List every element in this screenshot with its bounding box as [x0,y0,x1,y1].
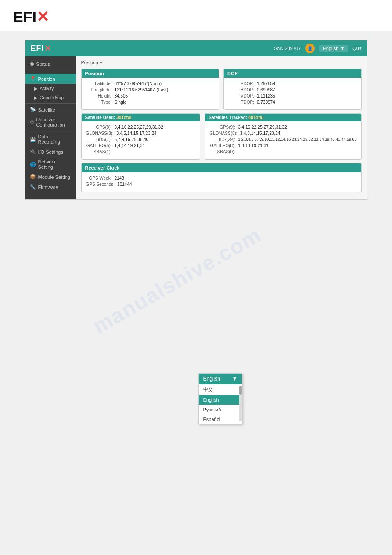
position-type-row: Type: Single [86,100,215,105]
top-panels-row: Position Latitude: 31°57'37907445''(Nort… [81,69,362,110]
satellites-used-total: 30Total [116,115,131,120]
sat-used-glonass-row: GLONASS(8): 3,4,5,14,15,17,23,24 [86,131,196,136]
language-dropdown-overlay: English ▼ 中文 English Русский Español [198,373,242,424]
satellites-used-title: Satellite Used: [85,115,115,120]
lang-option-english[interactable]: English [199,395,242,405]
sidebar-item-module-setting[interactable]: 📦 Module Setting [25,172,76,182]
dop-panel-body: PDOP: 1.297859 HDOP: 0.690987 VDOP: 1.11… [224,78,361,109]
sidebar-item-status[interactable]: ◉ Status [25,59,76,69]
sat-used-bds-label: BDS(7): [86,137,115,142]
sat-used-glonass-label: GLONASS(8): [86,131,116,136]
vdop-label: VDOP: [228,94,257,98]
sidebar-googlemap-label: Google Map [40,95,64,100]
sidebar-satellite-label: Satellite [38,107,55,112]
satellites-tracked-body: GPS(9): 3,4,16,22,25,27,29,31,32 GLONASS… [205,121,361,159]
height-value: 34.505 [115,94,128,98]
sidebar-modulesetting-label: Module Setting [38,174,70,180]
sidebar-item-firmware[interactable]: 🔧 Firmware [25,182,76,192]
efix-logo: EFI✕ [13,8,379,25]
tdop-label: TDOP: [228,100,257,105]
lang-option-russian[interactable]: Русский [199,405,242,414]
arrow-icon: ▶ [34,86,38,91]
receiver-clock-panel: Receiver Clock GPS Week: 2143 GPS Second… [81,163,362,192]
chevron-down-icon: ▼ [340,46,345,51]
dop-pdop-row: PDOP: 1.297859 [228,81,357,86]
longitude-label: Longitude: [86,87,115,92]
hdop-label: HDOP: [228,87,257,92]
data-icon: 💾 [30,137,36,142]
latitude-value: 31°57'37907445''(North) [115,81,162,86]
sidebar-item-google-map[interactable]: ▶ Google Map [25,93,76,102]
satellites-tracked-header: Satellites Tracked: 48Total [205,114,361,121]
sat-tracked-bds-value: 1,2,3,4,5,6,7,9,10,11,12,14,16,23,24,25,… [238,137,356,142]
main-content: Position + Position Latitude: 31°57'3790… [76,56,367,199]
sat-tracked-galileo-label: GALILEO(8): [209,143,238,148]
config-icon: ⚙ [30,120,34,125]
sat-used-sbas-label: SBAS(1): [86,149,115,154]
type-label: Type: [86,100,115,105]
gps-week-value: 2143 [115,176,124,181]
position-icon: 📍 [30,76,36,82]
sat-used-gps-value: 3,4,16,22,25,27,29,31,32 [115,125,163,130]
sat-used-galileo-row: GALILEO(5): 1,4,14,19,21,31 [86,143,196,148]
longitude-value: 121°11'16.62951407''(East) [115,87,169,92]
satellites-tracked-panel: Satellites Tracked: 48Total GPS(9): 3,4,… [205,113,361,160]
sidebar-item-receiver-config[interactable]: ⚙ Receiver Configuration [25,115,76,130]
sidebar-item-satellite[interactable]: 📡 Satellite [25,105,76,115]
satellite-panels-row: Satellite Used: 30Total GPS(8): 3,4,16,2… [81,113,362,160]
quit-button[interactable]: Quit [352,46,361,51]
lang-dropdown-chevron: ▼ [232,376,237,382]
dop-panel: DOP PDOP: 1.297859 HDOP: 0.690987 [223,69,362,110]
language-selector-button[interactable]: English ▼ [319,45,348,52]
satellites-used-body: GPS(8): 3,4,16,22,25,27,29,31,32 GLONASS… [82,121,200,159]
sidebar-item-io-settings[interactable]: 🔌 I/O Settings [25,147,76,157]
sidebar-item-data-recording[interactable]: 💾 Data Recording [25,132,76,147]
dop-hdop-row: HDOP: 0.690987 [228,87,357,92]
gps-seconds-label: GPS Seconds: [86,182,118,187]
sat-tracked-glonass-label: GLONASS(8): [209,131,240,136]
sat-tracked-gps-row: GPS(9): 3,4,16,22,25,27,29,31,32 [209,125,356,130]
sat-tracked-bds-row: BDS(29): 1,2,3,4,5,6,7,9,10,11,12,14,16,… [209,137,356,142]
logo-x: ✕ [36,8,49,25]
sat-used-bds-value: 6,7,9,16,25,36,40 [115,137,149,142]
app-topbar-right: SN:3289707 👤 English ▼ Quit [274,44,361,53]
sidebar-receiverconfig-label: Receiver Configuration [36,117,72,127]
lang-option-chinese[interactable]: 中文 [199,384,242,395]
gps-week-label: GPS Week: [86,176,115,181]
app-logo: EFI✕ [31,44,51,53]
clock-gpsweek-row: GPS Week: 2143 [86,176,357,181]
sidebar-item-activity[interactable]: ▶ Activity [25,84,76,93]
dropdown-scrollbar[interactable] [239,386,242,421]
sidebar-section-status: ◉ Status [25,56,76,72]
sat-used-gps-row: GPS(8): 3,4,16,22,25,27,29,31,32 [86,125,196,130]
sidebar-item-network-setting[interactable]: 🌐 Network Setting [25,157,76,172]
sat-tracked-galileo-value: 1,4,14,19,21,31 [238,143,269,148]
satellites-tracked-total: 48Total [248,115,263,120]
sidebar-item-position[interactable]: 📍 Position [25,74,76,84]
watermark: manualshive.com [89,222,265,338]
sidebar-status-label: Status [36,62,50,67]
position-panel-header: Position [82,69,219,78]
lang-option-spanish[interactable]: Español [199,414,242,424]
app-container: EFI✕ SN:3289707 👤 English ▼ Quit ◉ Statu… [25,40,367,200]
module-icon: 📦 [30,174,36,180]
satellites-used-panel: Satellite Used: 30Total GPS(8): 3,4,16,2… [81,113,201,160]
sat-tracked-gps-label: GPS(9): [209,125,238,130]
language-dropdown-header[interactable]: English ▼ [199,374,242,384]
sn-label: SN:3289707 [274,46,301,51]
satellites-used-header: Satellite Used: 30Total [82,114,200,121]
avatar-icon: 👤 [305,44,315,53]
hdop-value: 0.690987 [257,87,275,92]
dop-tdop-row: TDOP: 0.730974 [228,100,357,105]
pdop-label: PDOP: [228,81,257,86]
sidebar-datarecording-label: Data Recording [38,134,72,145]
position-panel: Position Latitude: 31°57'37907445''(Nort… [81,69,219,110]
sat-used-gps-label: GPS(8): [86,125,115,130]
satellite-icon: 📡 [30,107,36,112]
gps-seconds-value: 101444 [117,182,132,187]
receiver-clock-header: Receiver Clock [82,163,361,172]
top-header: EFI✕ [0,0,392,31]
sat-used-sbas-row: SBAS(1): [86,149,196,154]
sidebar-divider-3 [25,131,76,131]
dop-panel-header: DOP [224,69,361,78]
